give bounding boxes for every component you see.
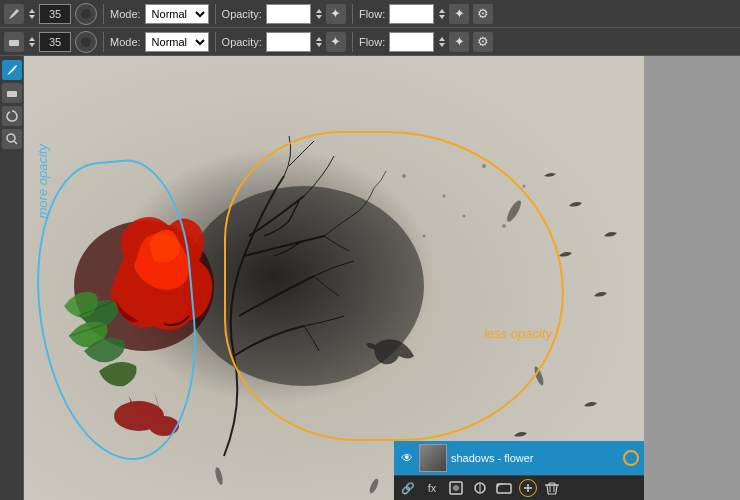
layer-adjustment-btn[interactable] — [471, 479, 489, 497]
layer-visibility-icon[interactable]: 👁 — [399, 450, 415, 466]
layer-thumb-preview — [420, 445, 446, 471]
layer-name-label: shadows - flower — [451, 452, 619, 464]
opacity-input-1[interactable]: 100% — [266, 4, 311, 24]
svg-point-25 — [463, 215, 466, 218]
canvas-image: more opacity less opacity 👁 shadows - fl… — [24, 56, 644, 500]
svg-point-26 — [502, 224, 506, 228]
svg-point-21 — [402, 174, 406, 178]
brush-preview-2[interactable] — [75, 31, 97, 53]
mode-select-2[interactable]: Normal Multiply — [145, 32, 209, 52]
flow-input-2[interactable]: 100% — [389, 32, 434, 52]
flow-icon-1[interactable]: ✦ — [449, 4, 469, 24]
layer-actions-bar: 🔗 fx — [394, 475, 644, 500]
less-opacity-label: less opacity — [484, 326, 552, 341]
flow-arrows-2[interactable] — [439, 36, 445, 48]
settings-icon-1[interactable]: ⚙ — [473, 4, 493, 24]
lasso-tool-btn[interactable] — [2, 106, 22, 126]
opacity-arrows-2[interactable] — [316, 36, 322, 48]
settings-icon-2[interactable]: ⚙ — [473, 32, 493, 52]
svg-rect-3 — [7, 91, 17, 97]
svg-point-2 — [81, 37, 91, 47]
airbrush-icon-2[interactable]: ✦ — [326, 32, 346, 52]
flow-label-2: Flow: — [359, 36, 385, 48]
svg-point-22 — [443, 195, 446, 198]
layer-highlight-circle — [623, 450, 639, 466]
mode-label-2: Mode: — [110, 36, 141, 48]
brush-preview-1[interactable] — [75, 3, 97, 25]
separator-5 — [215, 32, 216, 52]
brush-size-display-2: 35 — [39, 32, 71, 52]
mode-select-1[interactable]: Normal Multiply Screen Overlay — [145, 4, 209, 24]
separator-6 — [352, 32, 353, 52]
opacity-arrows-1[interactable] — [316, 8, 322, 20]
layer-link-btn[interactable]: 🔗 — [399, 479, 417, 497]
layer-new-btn[interactable] — [519, 479, 537, 497]
zoom-tool-btn[interactable] — [2, 129, 22, 149]
separator-2 — [215, 4, 216, 24]
toolbar-row-1: 35 Mode: Normal Multiply Screen Overlay … — [0, 0, 740, 28]
opacity-label-2: Opacity: — [222, 36, 262, 48]
brush-size-display-1: 35 — [39, 4, 71, 24]
canvas-area[interactable]: more opacity less opacity 👁 shadows - fl… — [24, 56, 740, 500]
brush-size-arrows-2[interactable] — [29, 36, 35, 48]
layer-mask-btn[interactable] — [447, 479, 465, 497]
brush-tool-btn[interactable] — [2, 60, 22, 80]
left-tool-panel — [0, 56, 24, 500]
svg-line-5 — [14, 141, 17, 144]
layer-group-btn[interactable] — [495, 479, 513, 497]
artwork-svg — [24, 56, 644, 500]
svg-point-23 — [482, 164, 486, 168]
layer-delete-btn[interactable] — [543, 479, 561, 497]
svg-point-4 — [7, 134, 15, 142]
more-opacity-label: more opacity — [35, 144, 50, 218]
separator-3 — [352, 4, 353, 24]
brush-size-arrows-1[interactable] — [29, 8, 35, 20]
eraser-tool-btn[interactable] — [2, 83, 22, 103]
svg-rect-1 — [9, 40, 19, 46]
mode-label-1: Mode: — [110, 8, 141, 20]
flow-icon-2[interactable]: ✦ — [449, 32, 469, 52]
separator-1 — [103, 4, 104, 24]
eraser-tool-icon[interactable] — [4, 32, 24, 52]
airbrush-icon-1[interactable]: ✦ — [326, 4, 346, 24]
opacity-label-1: Opacity: — [222, 8, 262, 20]
flow-label-1: Flow: — [359, 8, 385, 20]
main-area: more opacity less opacity 👁 shadows - fl… — [0, 56, 740, 500]
opacity-input-2[interactable]: 45% — [266, 32, 311, 52]
layer-fx-btn[interactable]: fx — [423, 479, 441, 497]
toolbar-row-2: 35 Mode: Normal Multiply Opacity: 45% ✦ … — [0, 28, 740, 56]
flow-input-1[interactable]: 100% — [389, 4, 434, 24]
svg-point-27 — [423, 235, 426, 238]
svg-point-24 — [523, 185, 526, 188]
svg-point-29 — [453, 485, 459, 491]
layer-panel: 👁 shadows - flower 🔗 fx — [394, 441, 644, 500]
svg-point-0 — [81, 9, 91, 19]
layer-item-shadows-flower[interactable]: 👁 shadows - flower — [394, 441, 644, 475]
layer-thumbnail — [419, 444, 447, 472]
flow-arrows-1[interactable] — [439, 8, 445, 20]
separator-4 — [103, 32, 104, 52]
brush-tool-icon[interactable] — [4, 4, 24, 24]
